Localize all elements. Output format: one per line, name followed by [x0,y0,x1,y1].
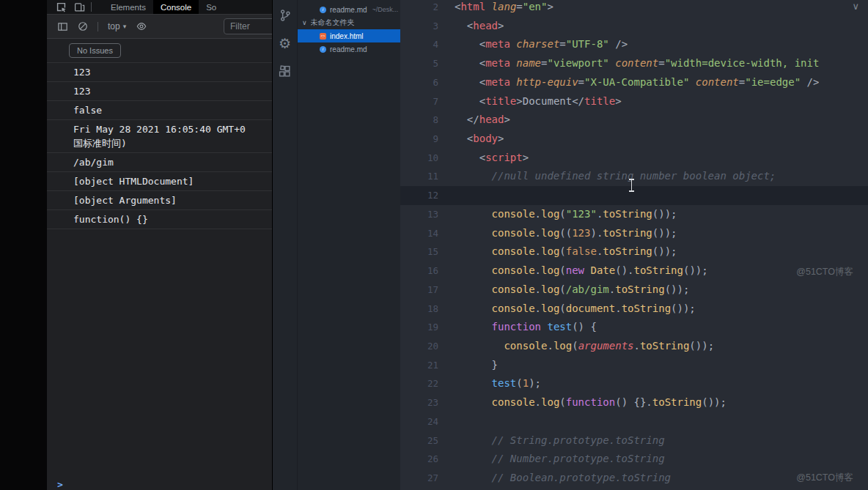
code-line-9[interactable]: 9 <body> [400,130,868,149]
code-line-22[interactable]: 22 test(1); [400,374,868,393]
line-number: 12 [400,186,438,205]
code-line-4[interactable]: 4 <meta charset="UTF-8" /> [400,35,868,54]
code-line-14[interactable]: 14 console.log((123).toString()); [400,224,868,243]
code-line-5[interactable]: 5 <meta name="viewport" content="width=d… [400,54,868,73]
code-text: <meta http-equiv="X-UA-Compatible" conte… [438,73,819,92]
console-entry: /ab/gim [47,153,272,172]
code-line-13[interactable]: 13 console.log("123".toString()); [400,205,868,224]
code-text: <script> [438,149,529,168]
line-number: 18 [400,300,438,319]
left-black-strip [0,0,47,490]
device-toolbar-icon[interactable] [74,1,85,12]
file-item-readme-md[interactable]: ireadme.md~/Desk... [298,3,400,16]
code-text: <meta name="viewport" content="width=dev… [438,54,819,73]
line-number: 26 [400,450,438,469]
code-text: console.log(arguments.toString()); [438,337,714,356]
line-number: 24 [400,412,438,431]
extensions-icon[interactable] [279,65,291,78]
code-line-24[interactable]: 24 [400,412,868,431]
code-editor: 2<html lang="en">3 <head>4 <meta charset… [400,0,868,490]
line-number: 3 [400,17,438,36]
file-item-readme-md[interactable]: ireadme.md [298,42,400,56]
code-text: <body> [438,130,504,149]
code-text: <html lang="en"> [438,0,553,17]
code-text: test(1); [438,374,541,393]
html-file-icon: <> [320,33,326,40]
code-text: console.log(/ab/gim.toString()); [438,281,689,300]
line-number: 22 [400,374,438,393]
clear-console-icon[interactable] [78,21,88,31]
chevron-down-icon[interactable]: ∨ [852,1,859,12]
console-output[interactable]: 123123falseFri May 28 2021 16:05:40 GMT+… [47,63,272,475]
code-text: <meta charset="UTF-8" /> [438,35,628,54]
line-number: 17 [400,281,438,300]
folder-item--[interactable]: ∨未命名文件夹 [298,16,400,29]
code-text: // String.prototype.toString [438,431,665,450]
devtools-tabs: ElementsConsoleSo [92,0,224,14]
code-line-20[interactable]: 20 console.log(arguments.toString()); [400,337,868,356]
watermark: @51CTO博客 [796,266,853,278]
tab-console[interactable]: Console [153,0,199,14]
eye-icon[interactable] [136,21,147,31]
code-line-6[interactable]: 6 <meta http-equiv="X-UA-Compatible" con… [400,73,868,92]
code-line-11[interactable]: 11 //null undefined string number boolea… [400,167,868,186]
code-text: } [438,356,498,375]
code-line-17[interactable]: 17 console.log(/ab/gim.toString()); [400,281,868,300]
prompt-chevron-icon: > [57,479,63,490]
code-line-2[interactable]: 2<html lang="en"> [400,0,868,17]
line-number: 14 [400,224,438,243]
line-number: 20 [400,337,438,356]
console-entry: Fri May 28 2021 16:05:40 GMT+0国标准时间) [47,120,272,153]
console-entry: [object HTMLDocument] [47,172,272,191]
context-selector-label: top [108,21,120,31]
code-text: function test() { [438,318,597,337]
line-number: 6 [400,73,438,92]
line-number: 21 [400,356,438,375]
code-line-25[interactable]: 25 // String.prototype.toString [400,431,868,450]
toolbar-separator [98,22,98,31]
source-control-icon[interactable] [279,9,292,22]
code-line-23[interactable]: 23 console.log(function() {}.toString())… [400,393,868,412]
line-number: 27 [400,469,438,488]
context-selector[interactable]: top ▾ [108,21,126,31]
no-issues-button[interactable]: No Issues [69,43,121,58]
code-text: console.log(new Date().toString()); [438,261,708,281]
code-line-10[interactable]: 10 <script> [400,149,868,168]
line-number: 10 [400,149,438,168]
line-number: 8 [400,111,438,130]
code-line-8[interactable]: 8 </head> [400,111,868,130]
settings-gear-icon[interactable]: ⚙ [279,37,291,51]
console-prompt[interactable]: > [47,475,272,490]
code-text: //null undefined string number boolean o… [438,167,776,186]
code-line-26[interactable]: 26 // Number.prototype.toString [400,450,868,469]
markdown-file-icon: i [320,46,326,53]
filter-input[interactable]: Filter [224,18,272,34]
code-line-3[interactable]: 3 <head> [400,17,868,36]
code-line-12[interactable]: 12 [400,186,868,205]
code-line-18[interactable]: 18 console.log(document.toString()); [400,300,868,319]
file-item-index-html[interactable]: <>index.html [298,29,400,42]
devtools-tabbar: ElementsConsoleSo [47,0,272,15]
activity-bar: ⚙ [273,0,298,490]
inspect-icon[interactable] [56,1,67,12]
code-line-19[interactable]: 19 function test() { [400,318,868,337]
code-line-7[interactable]: 7 <title>Document</title> [400,92,868,111]
line-number: 19 [400,318,438,337]
code-line-15[interactable]: 15 console.log(false.toString()); [400,242,868,261]
issues-row: No Issues [47,39,272,63]
devtools-tabbar-icons [47,0,91,14]
tab-elements[interactable]: Elements [103,0,153,14]
code-line-21[interactable]: 21 } [400,356,868,375]
file-name: readme.md [330,6,367,14]
tab-sources[interactable]: So [199,0,224,14]
line-number: 15 [400,242,438,261]
line-number: 7 [400,92,438,111]
console-entry: [object Arguments] [47,191,272,210]
chevron-down-icon: ▾ [123,23,127,30]
console-entry: function() {} [47,210,272,229]
code-text [438,412,455,431]
code-text: console.log("123".toString()); [438,205,677,224]
line-number: 9 [400,130,438,149]
line-number: 23 [400,393,438,412]
console-sidebar-icon[interactable] [57,21,68,32]
